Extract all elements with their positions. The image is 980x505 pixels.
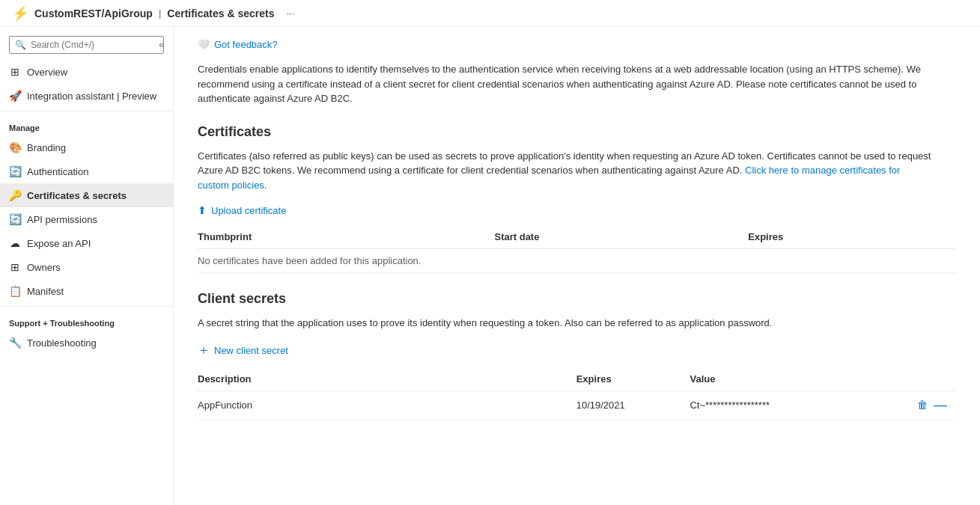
- secret-row-expires: 10/19/2021: [576, 391, 690, 419]
- sidebar-item-label-overview: Overview: [27, 67, 67, 78]
- main-layout: 🔍 « ⊞ Overview 🚀 Integration assistant |…: [0, 27, 980, 505]
- client-secrets-title: Client secrets: [198, 291, 956, 307]
- certificates-empty-message: No certificates have been added for this…: [198, 249, 956, 273]
- certificates-section: Certificates Certificates (also referred…: [198, 124, 956, 274]
- sidebar-item-overview[interactable]: ⊞ Overview: [0, 60, 173, 84]
- sidebar-item-label-expose: Expose an API: [27, 238, 91, 249]
- sidebar-item-troubleshooting[interactable]: 🔧 Troubleshooting: [0, 331, 173, 355]
- sidebar-divider-support: [0, 306, 173, 307]
- branding-icon: 🎨: [9, 141, 21, 153]
- support-section-label: Support + Troubleshooting: [0, 310, 173, 331]
- sidebar-item-label-troubleshooting: Troubleshooting: [27, 337, 97, 349]
- sidebar-item-owners[interactable]: ⊞ Owners: [0, 255, 173, 279]
- secret-col-actions: [917, 367, 956, 391]
- breadcrumb-page: Certificates & secrets: [167, 7, 274, 19]
- sidebar-item-authentication[interactable]: 🔄 Authentication: [0, 159, 173, 183]
- certificates-table-header: Thumbprint Start date Expires: [198, 225, 956, 249]
- client-secrets-section: Client secrets A secret string that the …: [198, 291, 956, 420]
- secret-row-actions: 🗑 —: [917, 391, 956, 419]
- collapse-button[interactable]: «: [159, 40, 164, 50]
- search-input[interactable]: [9, 36, 164, 54]
- manifest-icon: 📋: [9, 285, 21, 297]
- upload-icon: ⬆: [198, 204, 207, 216]
- client-secrets-table: Description Expires Value AppFunction 10…: [198, 367, 956, 420]
- table-row: AppFunction 10/19/2021 Ct~**************…: [198, 391, 956, 419]
- sidebar-item-label-manifest: Manifest: [27, 286, 64, 297]
- expose-api-icon: ☁: [9, 237, 21, 249]
- secret-col-value: Value: [690, 367, 917, 391]
- row-actions: 🗑 —: [917, 397, 947, 413]
- main-content: 🤍 Got feedback? Credentials enable appli…: [174, 27, 980, 505]
- feedback-row[interactable]: 🤍 Got feedback?: [198, 39, 956, 50]
- title-more-icon[interactable]: ···: [286, 7, 294, 19]
- authentication-icon: 🔄: [9, 165, 21, 177]
- integration-icon: 🚀: [9, 90, 21, 102]
- certificates-empty-row: No certificates have been added for this…: [198, 249, 956, 273]
- sidebar-item-expose-api[interactable]: ☁ Expose an API: [0, 231, 173, 255]
- breadcrumb-app: CustomREST/ApiGroup: [34, 7, 153, 19]
- secret-row-value: Ct~*****************: [690, 391, 917, 419]
- cert-col-startdate: Start date: [494, 225, 748, 249]
- manage-section-label: Manage: [0, 114, 173, 135]
- more-actions-button[interactable]: —: [934, 397, 947, 413]
- sidebar-item-label-branding: Branding: [27, 142, 66, 153]
- cert-col-expires: Expires: [748, 225, 956, 249]
- secret-row-description: AppFunction: [198, 391, 576, 419]
- certificates-table: Thumbprint Start date Expires No certifi…: [198, 225, 956, 273]
- sidebar-divider-manage: [0, 111, 173, 111]
- certificates-title: Certificates: [198, 124, 956, 140]
- api-permissions-icon: 🔄: [9, 213, 21, 225]
- sidebar-item-certificates-secrets[interactable]: 🔑 Certificates & secrets: [0, 183, 173, 207]
- sidebar-item-label-authentication: Authentication: [27, 166, 88, 177]
- app-icon: ⚡: [12, 5, 28, 22]
- new-secret-label: New client secret: [214, 345, 288, 356]
- intro-description: Credentials enable applications to ident…: [198, 62, 931, 106]
- heart-icon: 🤍: [198, 39, 210, 50]
- sidebar-item-manifest[interactable]: 📋 Manifest: [0, 279, 173, 303]
- secret-col-expires: Expires: [576, 367, 690, 391]
- certificates-description: Certificates (also referred as public ke…: [198, 149, 931, 193]
- sidebar-item-integration-assistant[interactable]: 🚀 Integration assistant | Preview: [0, 84, 173, 108]
- feedback-label: Got feedback?: [214, 39, 278, 50]
- cert-col-thumbprint: Thumbprint: [198, 225, 494, 249]
- secret-col-description: Description: [198, 367, 576, 391]
- certificates-icon: 🔑: [9, 189, 21, 201]
- upload-button-label: Upload certificate: [211, 205, 286, 216]
- sidebar-item-label-api: API permissions: [27, 214, 97, 225]
- plus-icon: ＋: [198, 343, 210, 358]
- secrets-table-header: Description Expires Value: [198, 367, 956, 391]
- sidebar-item-api-permissions[interactable]: 🔄 API permissions: [0, 207, 173, 231]
- upload-certificate-button[interactable]: ⬆ Upload certificate: [198, 204, 286, 216]
- search-icon: 🔍: [15, 40, 26, 50]
- sidebar-item-branding[interactable]: 🎨 Branding: [0, 135, 173, 159]
- delete-secret-button[interactable]: 🗑: [917, 399, 928, 411]
- sidebar: 🔍 « ⊞ Overview 🚀 Integration assistant |…: [0, 27, 174, 505]
- sidebar-item-label-integration: Integration assistant | Preview: [27, 91, 156, 102]
- title-bar: ⚡ CustomREST/ApiGroup | Certificates & s…: [0, 0, 980, 27]
- overview-icon: ⊞: [9, 66, 21, 78]
- owners-icon: ⊞: [9, 261, 21, 273]
- troubleshooting-icon: 🔧: [9, 337, 21, 349]
- client-secrets-description: A secret string that the application use…: [198, 316, 931, 331]
- breadcrumb-separator: |: [159, 7, 161, 19]
- sidebar-item-label-owners: Owners: [27, 262, 61, 273]
- sidebar-search-container: 🔍 «: [0, 33, 173, 60]
- new-client-secret-button[interactable]: ＋ New client secret: [198, 343, 288, 358]
- sidebar-item-label-certificates: Certificates & secrets: [27, 190, 127, 201]
